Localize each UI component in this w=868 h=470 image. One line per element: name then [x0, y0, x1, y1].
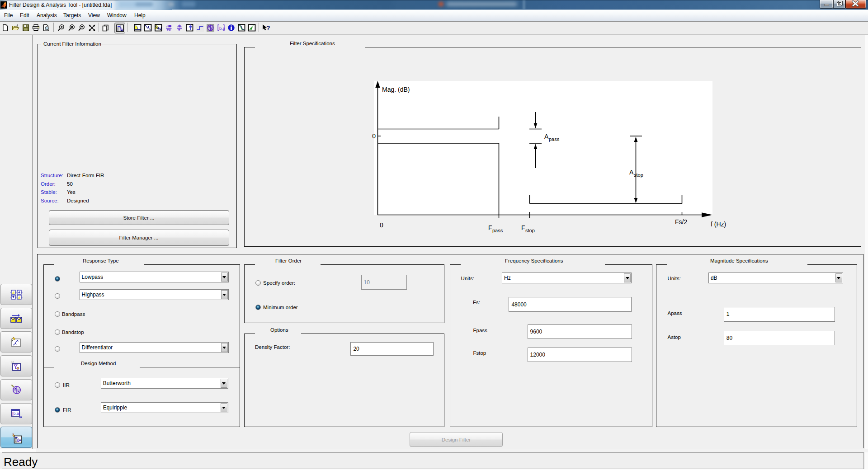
svg-text:stop: stop — [634, 172, 643, 178]
svg-text:Fs/2: Fs/2 — [675, 218, 687, 226]
svg-text:b,a: b,a — [219, 26, 225, 31]
svg-text:F: F — [521, 224, 525, 231]
svg-text:pass: pass — [549, 136, 560, 142]
svg-text:pass: pass — [492, 228, 503, 233]
svg-text:f (Hz): f (Hz) — [711, 221, 726, 228]
svg-text:A: A — [544, 133, 549, 140]
svg-text:0: 0 — [380, 221, 383, 229]
svg-text:F: F — [488, 224, 492, 231]
svg-text:stop: stop — [525, 228, 535, 233]
svg-text:Mag. (dB): Mag. (dB) — [382, 86, 410, 93]
svg-text:0: 0 — [372, 132, 376, 140]
svg-text:[b,a]: [b,a] — [12, 411, 20, 416]
svg-text:A: A — [629, 169, 634, 176]
svg-text:?: ? — [266, 24, 270, 32]
